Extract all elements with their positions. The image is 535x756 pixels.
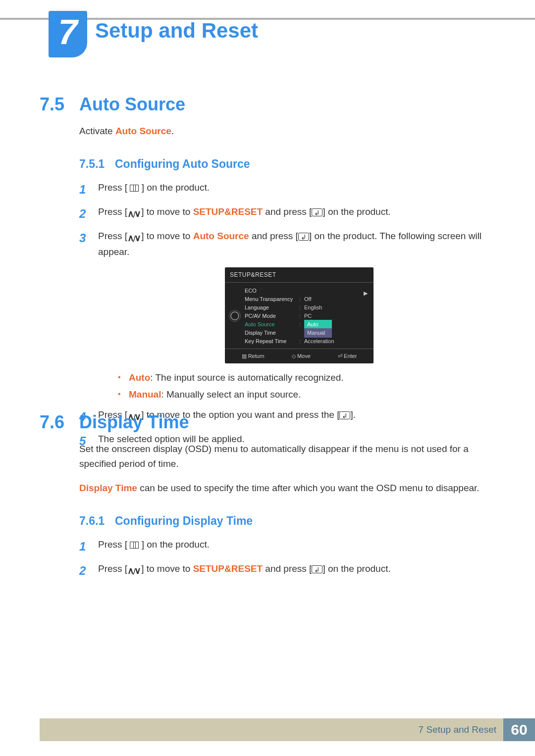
step-3: 3 Press [/] to move to Auto Source and p… (79, 228, 500, 403)
steps-7-5: 1 Press [ ] on the product. 2 Press [/] … (79, 180, 500, 451)
menu-icon (130, 185, 139, 192)
step-1: 1 Press [ ] on the product. (79, 537, 500, 557)
section-heading-7-5: 7.5Auto Source (40, 94, 500, 115)
osd-title: SETUP&RESET (225, 267, 374, 283)
intro-7-5: Activate Auto Source. (79, 124, 500, 139)
osd-return-icon: ▥ (242, 353, 247, 359)
osd-arrow-right-icon: ▶ (364, 289, 368, 298)
up-down-icon: / (127, 565, 141, 573)
step-1: 1 Press [ ] on the product. (79, 180, 500, 200)
option-bullets: Auto: The input source is automatically … (118, 369, 500, 403)
steps-7-6: 1 Press [ ] on the product. 2 Press [/] … (79, 537, 500, 581)
para-7-6-1: Set the onscreen display (OSD) menu to a… (79, 442, 500, 472)
chapter-number: 7 (58, 15, 78, 50)
osd-footer: ▥ Return ◇ Move ⏎ Enter (225, 349, 374, 363)
chapter-tab: 7 (49, 11, 87, 57)
osd-menu-screenshot: SETUP&RESET ▶ ECO Menu Transparency:Off … (225, 267, 374, 363)
osd-selected-row: Auto Source (245, 320, 299, 329)
footer-label: 7 Setup and Reset (412, 718, 503, 741)
osd-enter-icon: ⏎ (338, 353, 342, 359)
step-2: 2 Press [/] to move to SETUP&RESET and p… (79, 204, 500, 224)
page-footer: 7 Setup and Reset 60 (40, 718, 535, 741)
footer-page-number: 60 (503, 718, 535, 741)
up-down-icon: / (127, 232, 141, 240)
menu-icon (130, 542, 139, 549)
subsection-heading-7-6-1: 7.6.1Configuring Display Time (79, 514, 500, 528)
chapter-title: Setup and Reset (95, 19, 258, 43)
enter-icon (312, 565, 322, 573)
gear-icon (230, 311, 239, 320)
enter-icon (298, 233, 309, 241)
osd-move-icon: ◇ (292, 353, 296, 359)
section-heading-7-6: 7.6Display Time (40, 412, 500, 433)
up-down-icon: / (127, 208, 141, 216)
para-7-6-2: Display Time can be used to specify the … (79, 481, 500, 496)
enter-icon (312, 208, 322, 216)
step-2: 2 Press [/] to move to SETUP&RESET and p… (79, 561, 500, 581)
subsection-heading-7-5-1: 7.5.1Configuring Auto Source (79, 157, 500, 171)
